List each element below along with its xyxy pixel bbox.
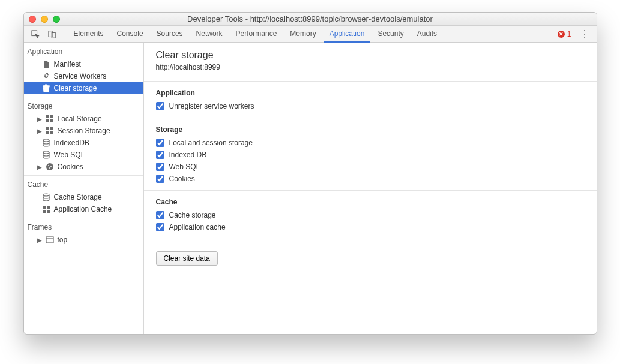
chevron-right-icon[interactable]: ▶ — [37, 237, 42, 243]
error-count: 1 — [567, 30, 571, 38]
svg-rect-7 — [46, 127, 49, 130]
device-toggle-icon[interactable] — [44, 28, 60, 41]
check-label: Application cache — [169, 223, 226, 231]
group-title-cache: Cache — [156, 198, 585, 206]
sidebar-item-cookies[interactable]: ▶Cookies — [24, 161, 143, 173]
sidebar: ApplicationManifestService WorkersClear … — [24, 43, 144, 334]
main-panel: Clear storage http://localhost:8999 Appl… — [144, 43, 597, 334]
sidebar-item-top[interactable]: ▶top — [24, 234, 143, 246]
window-title: Developer Tools - http://localhost:8999/… — [24, 14, 597, 23]
checkbox-local-and-session-storage[interactable] — [156, 139, 164, 147]
divider — [144, 190, 597, 191]
grid-icon — [46, 115, 54, 123]
db-icon — [42, 193, 50, 201]
tab-audits[interactable]: Audits — [411, 26, 443, 43]
sidebar-item-label: Session Storage — [58, 127, 110, 135]
page-title: Clear storage — [156, 50, 585, 61]
sidebar-item-service-workers[interactable]: Service Workers — [24, 70, 143, 82]
gear-icon — [42, 72, 50, 80]
svg-point-14 — [48, 165, 49, 166]
origin-text: http://localhost:8999 — [156, 63, 585, 71]
chevron-right-icon[interactable]: ▶ — [37, 128, 42, 134]
svg-rect-8 — [50, 127, 53, 130]
trash-icon — [42, 84, 50, 92]
sidebar-item-label: top — [58, 236, 68, 244]
sidebar-item-clear-storage[interactable]: Clear storage — [24, 82, 143, 94]
check-row-local-and-session-storage[interactable]: Local and session storage — [156, 139, 585, 147]
svg-rect-22 — [46, 237, 53, 243]
sidebar-section-application: Application — [24, 43, 143, 58]
sidebar-item-label: IndexedDB — [54, 139, 89, 147]
checkbox-indexed-db[interactable] — [156, 151, 164, 159]
clear-site-data-button[interactable]: Clear site data — [156, 251, 218, 266]
svg-rect-19 — [47, 206, 50, 209]
svg-point-12 — [43, 151, 49, 154]
check-row-cookies[interactable]: Cookies — [156, 175, 585, 183]
svg-point-11 — [43, 139, 49, 142]
check-row-cache-storage[interactable]: Cache storage — [156, 211, 585, 219]
tab-elements[interactable]: Elements — [68, 26, 110, 43]
check-label: Cache storage — [169, 211, 216, 219]
title-bar: Developer Tools - http://localhost:8999/… — [24, 13, 597, 26]
divider — [144, 81, 597, 82]
svg-rect-4 — [50, 115, 53, 118]
sidebar-item-application-cache[interactable]: Application Cache — [24, 203, 143, 215]
sidebar-section-frames: Frames — [24, 218, 143, 234]
more-menu-icon[interactable]: ⋮ — [576, 28, 593, 40]
tab-console[interactable]: Console — [111, 26, 149, 43]
grid-icon — [42, 205, 50, 213]
svg-rect-20 — [43, 210, 46, 213]
sidebar-section-storage: Storage — [24, 97, 143, 113]
tab-performance[interactable]: Performance — [230, 26, 283, 43]
sidebar-item-web-sql[interactable]: Web SQL — [24, 149, 143, 161]
chevron-right-icon[interactable]: ▶ — [37, 164, 42, 170]
checkbox-application-cache[interactable] — [156, 223, 164, 231]
sidebar-item-label: Application Cache — [54, 205, 112, 213]
tab-memory[interactable]: Memory — [284, 26, 322, 43]
check-row-web-sql[interactable]: Web SQL — [156, 163, 585, 171]
checkbox-web-sql[interactable] — [156, 163, 164, 171]
chevron-right-icon[interactable]: ▶ — [37, 116, 42, 122]
check-label: Cookies — [169, 175, 195, 183]
divider — [144, 118, 597, 118]
svg-rect-21 — [47, 210, 50, 213]
sidebar-item-label: Cookies — [58, 163, 83, 171]
sidebar-item-local-storage[interactable]: ▶Local Storage — [24, 113, 143, 125]
check-row-indexed-db[interactable]: Indexed DB — [156, 151, 585, 159]
check-row-unregister-service-workers[interactable]: Unregister service workers — [156, 102, 585, 110]
tab-network[interactable]: Network — [190, 26, 229, 43]
svg-rect-3 — [46, 115, 49, 118]
svg-point-13 — [46, 163, 53, 170]
checkbox-cache-storage[interactable] — [156, 211, 164, 219]
sidebar-item-manifest[interactable]: Manifest — [24, 58, 143, 70]
divider — [144, 239, 597, 239]
svg-point-16 — [49, 167, 50, 169]
sidebar-item-session-storage[interactable]: ▶Session Storage — [24, 125, 143, 137]
svg-point-15 — [50, 166, 52, 167]
check-label: Unregister service workers — [169, 102, 254, 110]
tab-security[interactable]: Security — [372, 26, 409, 43]
checkbox-cookies[interactable] — [156, 175, 164, 183]
inspect-icon[interactable] — [28, 28, 43, 41]
tab-application[interactable]: Application — [324, 26, 371, 43]
sidebar-item-label: Web SQL — [54, 151, 85, 159]
svg-point-17 — [43, 194, 49, 196]
checkbox-unregister-service-workers[interactable] — [156, 102, 164, 110]
error-badge[interactable]: ✕ 1 — [554, 30, 575, 38]
sidebar-item-label: Clear storage — [54, 84, 97, 92]
cookie-icon — [46, 163, 54, 171]
sidebar-item-label: Local Storage — [58, 115, 102, 123]
db-icon — [42, 151, 50, 159]
group-title-storage: Storage — [156, 125, 585, 134]
sidebar-section-cache: Cache — [24, 176, 143, 191]
svg-rect-1 — [48, 31, 52, 37]
sidebar-item-indexeddb[interactable]: IndexedDB — [24, 137, 143, 149]
toolbar: ElementsConsoleSourcesNetworkPerformance… — [24, 26, 597, 43]
check-row-application-cache[interactable]: Application cache — [156, 223, 585, 231]
tab-sources[interactable]: Sources — [151, 26, 189, 43]
sidebar-item-cache-storage[interactable]: Cache Storage — [24, 191, 143, 203]
window-icon — [46, 236, 54, 244]
sidebar-item-label: Cache Storage — [54, 193, 102, 201]
check-label: Indexed DB — [169, 151, 207, 159]
check-label: Web SQL — [169, 163, 200, 171]
